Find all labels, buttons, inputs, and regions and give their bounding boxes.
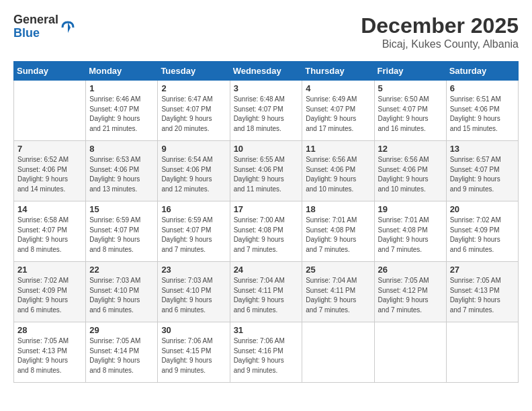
logo-icon [60, 19, 76, 36]
day-info: Sunrise: 7:03 AMSunset: 4:10 PMDaylight:… [161, 276, 226, 315]
day-info: Sunrise: 6:48 AMSunset: 4:07 PMDaylight:… [234, 95, 299, 134]
calendar-week-2: 7Sunrise: 6:52 AMSunset: 4:06 PMDaylight… [14, 141, 519, 201]
day-info: Sunrise: 6:55 AMSunset: 4:06 PMDaylight:… [234, 155, 299, 194]
calendar-cell: 29Sunrise: 7:05 AMSunset: 4:14 PMDayligh… [86, 322, 158, 383]
day-number: 31 [234, 325, 299, 335]
calendar-cell: 23Sunrise: 7:03 AMSunset: 4:10 PMDayligh… [158, 262, 230, 322]
day-number: 15 [89, 204, 154, 214]
day-number: 5 [378, 83, 443, 93]
day-number: 9 [161, 144, 226, 154]
day-info: Sunrise: 7:03 AMSunset: 4:10 PMDaylight:… [89, 276, 154, 315]
column-header-sunday: Sunday [14, 62, 86, 81]
calendar-cell: 1Sunrise: 6:46 AMSunset: 4:07 PMDaylight… [86, 81, 158, 141]
day-info: Sunrise: 6:49 AMSunset: 4:07 PMDaylight:… [306, 95, 370, 134]
day-info: Sunrise: 7:01 AMSunset: 4:08 PMDaylight:… [306, 216, 370, 255]
calendar-cell: 10Sunrise: 6:55 AMSunset: 4:06 PMDayligh… [230, 141, 302, 201]
day-info: Sunrise: 7:05 AMSunset: 4:14 PMDaylight:… [89, 336, 154, 375]
calendar-cell: 15Sunrise: 6:59 AMSunset: 4:07 PMDayligh… [86, 201, 158, 262]
day-info: Sunrise: 7:02 AMSunset: 4:09 PMDaylight:… [17, 276, 82, 315]
day-number: 2 [161, 83, 226, 93]
page-header: General Blue December 2025 Bicaj, Kukes … [13, 13, 519, 50]
day-number: 12 [378, 144, 443, 154]
calendar-week-3: 14Sunrise: 6:58 AMSunset: 4:07 PMDayligh… [14, 201, 519, 262]
day-number: 1 [89, 83, 154, 93]
day-number: 23 [161, 265, 226, 275]
calendar-cell: 30Sunrise: 7:06 AMSunset: 4:15 PMDayligh… [158, 322, 230, 383]
column-header-friday: Friday [374, 62, 446, 81]
day-info: Sunrise: 7:05 AMSunset: 4:13 PMDaylight:… [450, 276, 515, 315]
day-info: Sunrise: 7:06 AMSunset: 4:16 PMDaylight:… [234, 336, 299, 375]
logo: General Blue [13, 13, 76, 40]
calendar-cell: 8Sunrise: 6:53 AMSunset: 4:06 PMDaylight… [86, 141, 158, 201]
day-info: Sunrise: 7:00 AMSunset: 4:08 PMDaylight:… [234, 216, 299, 255]
day-number: 29 [89, 325, 154, 335]
calendar-cell: 25Sunrise: 7:04 AMSunset: 4:11 PMDayligh… [302, 262, 374, 322]
day-number: 17 [234, 204, 299, 214]
calendar-cell: 9Sunrise: 6:54 AMSunset: 4:06 PMDaylight… [158, 141, 230, 201]
calendar-cell: 16Sunrise: 6:59 AMSunset: 4:07 PMDayligh… [158, 201, 230, 262]
day-info: Sunrise: 7:04 AMSunset: 4:11 PMDaylight:… [306, 276, 370, 315]
calendar-cell: 3Sunrise: 6:48 AMSunset: 4:07 PMDaylight… [230, 81, 302, 141]
column-header-wednesday: Wednesday [230, 62, 302, 81]
day-info: Sunrise: 6:53 AMSunset: 4:06 PMDaylight:… [89, 155, 154, 194]
day-number: 24 [234, 265, 299, 275]
day-number: 8 [89, 144, 154, 154]
day-info: Sunrise: 7:04 AMSunset: 4:11 PMDaylight:… [234, 276, 299, 315]
day-number: 4 [306, 83, 370, 93]
day-info: Sunrise: 6:51 AMSunset: 4:06 PMDaylight:… [450, 95, 515, 134]
calendar-week-4: 21Sunrise: 7:02 AMSunset: 4:09 PMDayligh… [14, 262, 519, 322]
month-title: December 2025 [361, 13, 519, 38]
day-number: 20 [450, 204, 515, 214]
calendar-cell: 6Sunrise: 6:51 AMSunset: 4:06 PMDaylight… [446, 81, 518, 141]
day-info: Sunrise: 6:56 AMSunset: 4:06 PMDaylight:… [378, 155, 443, 194]
day-info: Sunrise: 6:46 AMSunset: 4:07 PMDaylight:… [89, 95, 154, 134]
day-number: 6 [450, 83, 515, 93]
logo-blue: Blue [13, 27, 58, 40]
calendar-cell: 13Sunrise: 6:57 AMSunset: 4:07 PMDayligh… [446, 141, 518, 201]
day-number: 16 [161, 204, 226, 214]
column-header-tuesday: Tuesday [158, 62, 230, 81]
calendar-week-5: 28Sunrise: 7:05 AMSunset: 4:13 PMDayligh… [14, 322, 519, 383]
location-title: Bicaj, Kukes County, Albania [361, 38, 519, 50]
day-number: 26 [378, 265, 443, 275]
day-info: Sunrise: 7:01 AMSunset: 4:08 PMDaylight:… [378, 216, 443, 255]
day-number: 28 [17, 325, 82, 335]
day-number: 3 [234, 83, 299, 93]
day-info: Sunrise: 7:05 AMSunset: 4:13 PMDaylight:… [17, 336, 82, 375]
calendar-cell: 19Sunrise: 7:01 AMSunset: 4:08 PMDayligh… [374, 201, 446, 262]
day-number: 18 [306, 204, 370, 214]
column-header-saturday: Saturday [446, 62, 518, 81]
day-info: Sunrise: 6:52 AMSunset: 4:06 PMDaylight:… [17, 155, 82, 194]
calendar-cell: 26Sunrise: 7:05 AMSunset: 4:12 PMDayligh… [374, 262, 446, 322]
day-number: 10 [234, 144, 299, 154]
day-info: Sunrise: 6:58 AMSunset: 4:07 PMDaylight:… [17, 216, 82, 255]
day-info: Sunrise: 6:54 AMSunset: 4:06 PMDaylight:… [161, 155, 226, 194]
calendar-cell: 22Sunrise: 7:03 AMSunset: 4:10 PMDayligh… [86, 262, 158, 322]
calendar-cell: 24Sunrise: 7:04 AMSunset: 4:11 PMDayligh… [230, 262, 302, 322]
day-number: 13 [450, 144, 515, 154]
day-number: 11 [306, 144, 370, 154]
calendar-cell: 27Sunrise: 7:05 AMSunset: 4:13 PMDayligh… [446, 262, 518, 322]
day-number: 30 [161, 325, 226, 335]
calendar-cell: 4Sunrise: 6:49 AMSunset: 4:07 PMDaylight… [302, 81, 374, 141]
day-info: Sunrise: 6:59 AMSunset: 4:07 PMDaylight:… [161, 216, 226, 255]
calendar-cell: 17Sunrise: 7:00 AMSunset: 4:08 PMDayligh… [230, 201, 302, 262]
calendar-cell: 5Sunrise: 6:50 AMSunset: 4:07 PMDaylight… [374, 81, 446, 141]
day-number: 27 [450, 265, 515, 275]
calendar-cell: 2Sunrise: 6:47 AMSunset: 4:07 PMDaylight… [158, 81, 230, 141]
calendar-cell: 7Sunrise: 6:52 AMSunset: 4:06 PMDaylight… [14, 141, 86, 201]
calendar-cell: 21Sunrise: 7:02 AMSunset: 4:09 PMDayligh… [14, 262, 86, 322]
logo-general: General [13, 13, 58, 27]
title-block: December 2025 Bicaj, Kukes County, Alban… [361, 13, 519, 50]
day-info: Sunrise: 7:06 AMSunset: 4:15 PMDaylight:… [161, 336, 226, 375]
calendar-cell: 18Sunrise: 7:01 AMSunset: 4:08 PMDayligh… [302, 201, 374, 262]
calendar-table: SundayMondayTuesdayWednesdayThursdayFrid… [13, 61, 519, 383]
calendar-cell: 12Sunrise: 6:56 AMSunset: 4:06 PMDayligh… [374, 141, 446, 201]
calendar-cell: 14Sunrise: 6:58 AMSunset: 4:07 PMDayligh… [14, 201, 86, 262]
day-number: 7 [17, 144, 82, 154]
calendar-cell: 31Sunrise: 7:06 AMSunset: 4:16 PMDayligh… [230, 322, 302, 383]
day-info: Sunrise: 6:59 AMSunset: 4:07 PMDaylight:… [89, 216, 154, 255]
column-header-thursday: Thursday [302, 62, 374, 81]
calendar-week-1: 1Sunrise: 6:46 AMSunset: 4:07 PMDaylight… [14, 81, 519, 141]
calendar-cell [302, 322, 374, 383]
